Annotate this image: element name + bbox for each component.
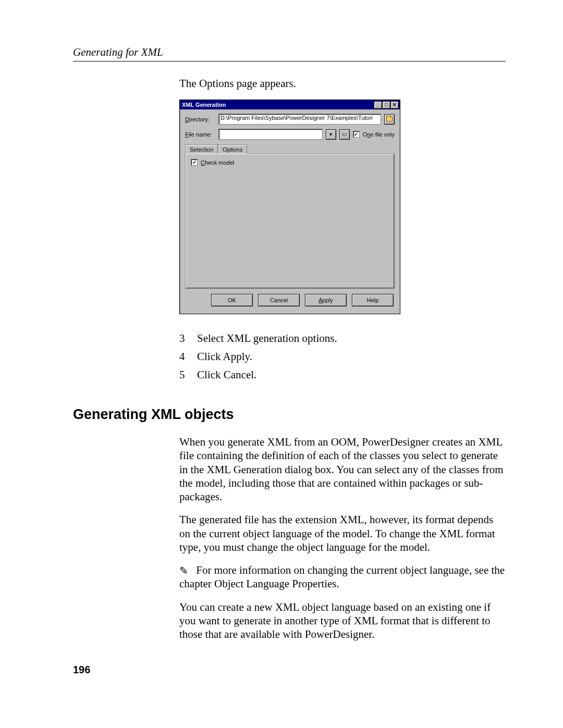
browse-folder-button[interactable]: [384, 114, 395, 125]
step-text: Click Apply.: [197, 350, 252, 363]
filename-field[interactable]: [218, 129, 323, 140]
check-model-label: Check model: [201, 159, 234, 166]
header-rule: [73, 61, 506, 61]
body-paragraph-crossref: ✎ For more information on changing the c…: [179, 563, 506, 591]
dropdown-icon[interactable]: ▾: [326, 129, 336, 140]
help-button[interactable]: Help: [352, 294, 394, 306]
section-heading: Generating XML objects: [73, 406, 506, 423]
one-file-only-label: One file only: [363, 131, 395, 138]
browse-file-button[interactable]: ▭: [339, 129, 350, 140]
minimize-icon[interactable]: _: [374, 101, 382, 109]
apply-button[interactable]: Apply: [305, 294, 347, 306]
xml-generation-dialog: XML Generation _ □ ✕ Directory: D:\Progr…: [179, 100, 400, 314]
close-icon[interactable]: ✕: [390, 101, 399, 109]
page-number: 196: [73, 664, 90, 676]
list-item: 5 Click Cancel.: [179, 368, 506, 381]
tab-selection[interactable]: Selection: [185, 144, 218, 154]
crossref-text: For more information on changing the cur…: [179, 564, 505, 590]
check-model-checkbox[interactable]: ✓: [191, 159, 198, 166]
folder-icon: [386, 117, 393, 121]
one-file-only-checkbox[interactable]: ✓: [353, 131, 360, 138]
dialog-title: XML Generation: [182, 102, 226, 108]
note-icon: ✎: [179, 564, 188, 577]
cancel-button[interactable]: Cancel: [258, 294, 300, 306]
step-number: 4: [179, 350, 187, 363]
ok-button[interactable]: OK: [211, 294, 253, 306]
list-item: 3 Select XML generation options.: [179, 332, 506, 345]
body-paragraph: You can create a new XML object language…: [179, 600, 506, 641]
filename-label: File name:: [185, 131, 215, 138]
directory-field[interactable]: D:\Program Files\Sybase\PowerDesigner 7\…: [218, 114, 381, 125]
step-text: Select XML generation options.: [197, 332, 337, 345]
directory-label: Directory:: [185, 116, 215, 122]
dialog-titlebar[interactable]: XML Generation _ □ ✕: [180, 100, 400, 109]
list-item: 4 Click Apply.: [179, 350, 506, 363]
running-header: Generating for XML: [73, 46, 506, 59]
tab-options[interactable]: Options: [218, 144, 247, 154]
maximize-icon[interactable]: □: [382, 101, 390, 109]
options-tab-page: ✓ Check model: [185, 153, 395, 289]
body-paragraph: The generated file has the extension XML…: [179, 513, 506, 554]
step-number: 5: [179, 368, 187, 381]
intro-text: The Options page appears.: [179, 77, 506, 90]
step-text: Click Cancel.: [197, 368, 256, 381]
step-number: 3: [179, 332, 187, 345]
step-list: 3 Select XML generation options. 4 Click…: [179, 332, 506, 381]
body-paragraph: When you generate XML from an OOM, Power…: [179, 435, 506, 503]
